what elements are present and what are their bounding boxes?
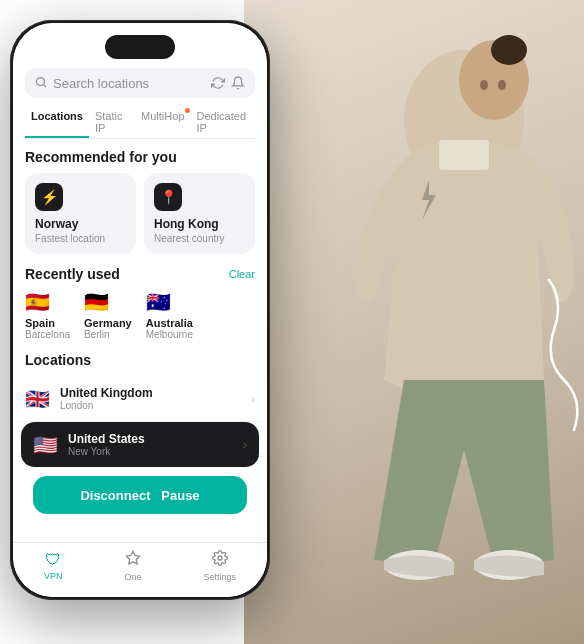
tab-locations[interactable]: Locations: [25, 106, 89, 138]
tab-static-ip[interactable]: Static IP: [89, 106, 135, 138]
uk-info: United Kingdom London: [60, 386, 241, 411]
recent-item-australia[interactable]: 🇦🇺 Australia Melbourne: [146, 290, 193, 340]
uk-city: London: [60, 400, 241, 411]
phone-screen: Search locations Locations: [13, 23, 267, 597]
rec-card-hong-kong[interactable]: 📍 Hong Kong Nearest country: [144, 173, 255, 254]
location-item-uk[interactable]: 🇬🇧 United Kingdom London ›: [13, 376, 267, 422]
pin-icon: 📍: [154, 183, 182, 211]
norway-subtitle: Fastest location: [35, 233, 126, 244]
nav-item-vpn[interactable]: 🛡 VPN: [44, 551, 63, 581]
bell-icon[interactable]: [231, 76, 245, 90]
norway-name: Norway: [35, 217, 126, 231]
us-name: United States: [68, 432, 233, 446]
recent-item-spain[interactable]: 🇪🇸 Spain Barcelona: [25, 290, 70, 340]
locations-title: Locations: [25, 352, 255, 368]
disconnect-pause-button[interactable]: Disconnect Pause: [33, 476, 247, 514]
australia-city: Melbourne: [146, 329, 193, 340]
spain-city: Barcelona: [25, 329, 70, 340]
person-figure: [244, 0, 584, 644]
bottom-nav: 🛡 VPN One: [13, 542, 267, 597]
rec-card-norway[interactable]: ⚡ Norway Fastest location: [25, 173, 136, 254]
search-right-icons: [211, 76, 245, 90]
settings-gear-icon: [212, 550, 228, 570]
svg-marker-10: [126, 551, 139, 564]
app-scene: Search locations Locations: [0, 0, 584, 644]
svg-line-9: [43, 84, 45, 86]
vpn-shield-icon: 🛡: [45, 551, 61, 569]
search-icon: [35, 75, 47, 91]
hong-kong-name: Hong Kong: [154, 217, 245, 231]
australia-name: Australia: [146, 317, 193, 329]
svg-point-2: [491, 35, 527, 65]
tab-dedicated-ip[interactable]: Dedicated IP: [191, 106, 256, 138]
germany-city: Berlin: [84, 329, 110, 340]
uk-chevron-icon: ›: [251, 392, 255, 406]
nav-label-vpn: VPN: [44, 571, 63, 581]
nav-label-settings: Settings: [203, 572, 236, 582]
recently-used-title: Recently used: [25, 266, 120, 282]
hong-kong-subtitle: Nearest country: [154, 233, 245, 244]
svg-point-6: [480, 80, 488, 90]
tab-multihop[interactable]: MultiHop: [135, 106, 190, 138]
one-icon: [125, 550, 141, 570]
germany-name: Germany: [84, 317, 132, 329]
us-info: United States New York: [68, 432, 233, 457]
nav-item-settings[interactable]: Settings: [203, 550, 236, 582]
nav-item-one[interactable]: One: [124, 550, 141, 582]
us-flag-icon: 🇺🇸: [33, 433, 58, 457]
uk-name: United Kingdom: [60, 386, 241, 400]
disconnect-pause-label: Disconnect Pause: [80, 488, 199, 503]
spain-flag-icon: 🇪🇸: [25, 290, 50, 314]
recent-items: 🇪🇸 Spain Barcelona 🇩🇪 Germany Berlin 🇦🇺 …: [25, 290, 255, 340]
svg-rect-3: [439, 140, 489, 170]
clear-button[interactable]: Clear: [229, 268, 255, 280]
uk-flag-icon: 🇬🇧: [25, 387, 50, 411]
nav-label-one: One: [124, 572, 141, 582]
phone-wrapper: Search locations Locations: [10, 20, 270, 600]
us-city: New York: [68, 446, 233, 457]
australia-flag-icon: 🇦🇺: [146, 290, 171, 314]
germany-flag-icon: 🇩🇪: [84, 290, 109, 314]
recent-item-germany[interactable]: 🇩🇪 Germany Berlin: [84, 290, 132, 340]
screen-content: Search locations Locations: [13, 23, 267, 597]
search-placeholder-text: Search locations: [53, 76, 205, 91]
dynamic-island: [105, 35, 175, 59]
svg-point-11: [218, 556, 222, 560]
recently-used-header: Recently used Clear: [25, 266, 255, 282]
recommended-cards: ⚡ Norway Fastest location 📍 Hong Kong Ne…: [25, 173, 255, 254]
person-background: [244, 0, 584, 644]
spain-name: Spain: [25, 317, 55, 329]
location-item-us[interactable]: 🇺🇸 United States New York ›: [21, 422, 259, 468]
refresh-icon[interactable]: [211, 76, 225, 90]
search-bar[interactable]: Search locations: [25, 68, 255, 98]
tabs-bar: Locations Static IP MultiHop Dedicated I…: [25, 106, 255, 139]
lightning-icon: ⚡: [35, 183, 63, 211]
svg-point-7: [498, 80, 506, 90]
phone-shell: Search locations Locations: [10, 20, 270, 600]
us-chevron-icon: ›: [243, 438, 247, 452]
recommended-title: Recommended for you: [25, 149, 255, 165]
